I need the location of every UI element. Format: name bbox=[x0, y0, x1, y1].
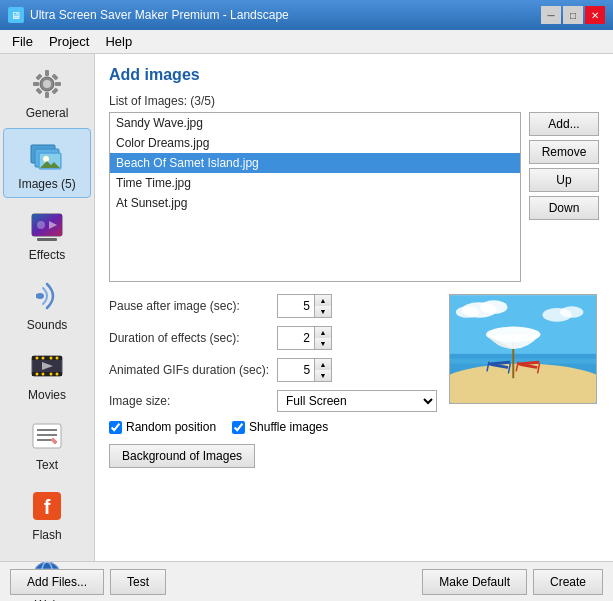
image-size-row: Image size: Full Screen Fit Screen Origi… bbox=[109, 390, 439, 412]
svg-rect-4 bbox=[33, 82, 39, 86]
duration-spinner: ▲ ▼ bbox=[277, 326, 332, 350]
add-files-button[interactable]: Add Files... bbox=[10, 569, 104, 595]
sidebar-item-general[interactable]: General bbox=[3, 58, 91, 126]
sidebar-sounds-label: Sounds bbox=[27, 318, 68, 332]
duration-up-btn[interactable]: ▲ bbox=[315, 327, 331, 338]
pause-down-btn[interactable]: ▼ bbox=[315, 306, 331, 317]
test-button[interactable]: Test bbox=[110, 569, 166, 595]
image-list[interactable]: Sandy Wave.jpg Color Dreams.jpg Beach Of… bbox=[109, 112, 521, 282]
svg-point-27 bbox=[42, 357, 45, 360]
svg-rect-5 bbox=[55, 82, 61, 86]
effects-icon bbox=[27, 206, 67, 246]
app-icon: 🖥 bbox=[8, 7, 24, 23]
shuffle-images-label: Shuffle images bbox=[249, 420, 328, 434]
bottom-right: Make Default Create bbox=[422, 569, 603, 595]
pause-input[interactable] bbox=[278, 295, 314, 317]
duration-spinner-buttons: ▲ ▼ bbox=[314, 327, 331, 349]
remove-button[interactable]: Remove bbox=[529, 140, 599, 164]
menu-help[interactable]: Help bbox=[97, 32, 140, 51]
pause-up-btn[interactable]: ▲ bbox=[315, 295, 331, 306]
make-default-button[interactable]: Make Default bbox=[422, 569, 527, 595]
down-button[interactable]: Down bbox=[529, 196, 599, 220]
text-icon bbox=[27, 416, 67, 456]
svg-point-29 bbox=[56, 357, 59, 360]
shuffle-images-checkbox[interactable]: Shuffle images bbox=[232, 420, 328, 434]
preview-image bbox=[449, 294, 597, 404]
list-label: List of Images: (3/5) bbox=[109, 94, 599, 108]
window-title: Ultra Screen Saver Maker Premium - Lands… bbox=[30, 8, 289, 22]
shuffle-images-input[interactable] bbox=[232, 421, 245, 434]
sidebar-item-effects[interactable]: Effects bbox=[3, 200, 91, 268]
svg-point-32 bbox=[50, 373, 53, 376]
animated-input[interactable] bbox=[278, 359, 314, 381]
menu-bar: File Project Help bbox=[0, 30, 613, 54]
animated-up-btn[interactable]: ▲ bbox=[315, 359, 331, 370]
svg-rect-2 bbox=[45, 70, 49, 76]
svg-rect-17 bbox=[32, 214, 62, 236]
images-icon bbox=[27, 135, 67, 175]
random-position-checkbox[interactable]: Random position bbox=[109, 420, 216, 434]
svg-point-28 bbox=[50, 357, 53, 360]
svg-rect-3 bbox=[45, 92, 49, 98]
svg-point-18 bbox=[37, 221, 45, 229]
duration-row: Duration of effects (sec): ▲ ▼ bbox=[109, 326, 439, 350]
bottom-left: Add Files... Test bbox=[10, 569, 166, 595]
svg-point-14 bbox=[43, 156, 49, 162]
sidebar-effects-label: Effects bbox=[29, 248, 65, 262]
image-list-container: Sandy Wave.jpg Color Dreams.jpg Beach Of… bbox=[109, 112, 599, 282]
image-size-select[interactable]: Full Screen Fit Screen Original Size Til… bbox=[277, 390, 437, 412]
list-item-selected[interactable]: Beach Of Samet Island.jpg bbox=[110, 153, 520, 173]
svg-rect-35 bbox=[33, 424, 61, 448]
checkbox-row: Random position Shuffle images bbox=[109, 420, 439, 434]
random-position-input[interactable] bbox=[109, 421, 122, 434]
maximize-button[interactable]: □ bbox=[563, 6, 583, 24]
content-left: Pause after image (sec): ▲ ▼ Duration of… bbox=[109, 294, 439, 468]
menu-project[interactable]: Project bbox=[41, 32, 97, 51]
animated-row: Animated GIFs duration (sec): ▲ ▼ bbox=[109, 358, 439, 382]
close-button[interactable]: ✕ bbox=[585, 6, 605, 24]
sidebar-text-label: Text bbox=[36, 458, 58, 472]
sidebar-general-label: General bbox=[26, 106, 69, 120]
sidebar-item-images[interactable]: Images (5) bbox=[3, 128, 91, 198]
list-item[interactable]: Color Dreams.jpg bbox=[110, 133, 520, 153]
pause-label: Pause after image (sec): bbox=[109, 299, 269, 313]
pause-spinner: ▲ ▼ bbox=[277, 294, 332, 318]
sidebar-item-text[interactable]: Text bbox=[3, 410, 91, 478]
animated-spinner: ▲ ▼ bbox=[277, 358, 332, 382]
background-images-button[interactable]: Background of Images bbox=[109, 444, 255, 468]
sounds-icon bbox=[27, 276, 67, 316]
minimize-button[interactable]: ─ bbox=[541, 6, 561, 24]
list-item[interactable]: At Sunset.jpg bbox=[110, 193, 520, 213]
duration-down-btn[interactable]: ▼ bbox=[315, 338, 331, 349]
animated-down-btn[interactable]: ▼ bbox=[315, 370, 331, 381]
list-item[interactable]: Sandy Wave.jpg bbox=[110, 113, 520, 133]
add-button[interactable]: Add... bbox=[529, 112, 599, 136]
pause-spinner-buttons: ▲ ▼ bbox=[314, 295, 331, 317]
svg-rect-57 bbox=[450, 375, 596, 402]
flash-icon: f bbox=[27, 486, 67, 526]
random-position-label: Random position bbox=[126, 420, 216, 434]
section-title: Add images bbox=[109, 66, 599, 84]
create-button[interactable]: Create bbox=[533, 569, 603, 595]
sidebar: General Images (5) bbox=[0, 54, 95, 561]
content-area: Add images List of Images: (3/5) Sandy W… bbox=[95, 54, 613, 561]
menu-file[interactable]: File bbox=[4, 32, 41, 51]
content-with-preview: Pause after image (sec): ▲ ▼ Duration of… bbox=[109, 294, 599, 468]
svg-point-33 bbox=[56, 373, 59, 376]
up-button[interactable]: Up bbox=[529, 168, 599, 192]
duration-input[interactable] bbox=[278, 327, 314, 349]
movies-icon bbox=[27, 346, 67, 386]
main-layout: General Images (5) bbox=[0, 54, 613, 561]
list-item[interactable]: Time Time.jpg bbox=[110, 173, 520, 193]
pause-row: Pause after image (sec): ▲ ▼ bbox=[109, 294, 439, 318]
svg-text:f: f bbox=[44, 496, 51, 518]
title-bar: 🖥 Ultra Screen Saver Maker Premium - Lan… bbox=[0, 0, 613, 30]
svg-point-1 bbox=[43, 80, 51, 88]
preview-area bbox=[449, 294, 599, 468]
sidebar-images-label: Images (5) bbox=[18, 177, 75, 191]
sidebar-item-movies[interactable]: Movies bbox=[3, 340, 91, 408]
sidebar-movies-label: Movies bbox=[28, 388, 66, 402]
sidebar-item-sounds[interactable]: Sounds bbox=[3, 270, 91, 338]
sidebar-item-flash[interactable]: f Flash bbox=[3, 480, 91, 548]
sidebar-flash-label: Flash bbox=[32, 528, 61, 542]
